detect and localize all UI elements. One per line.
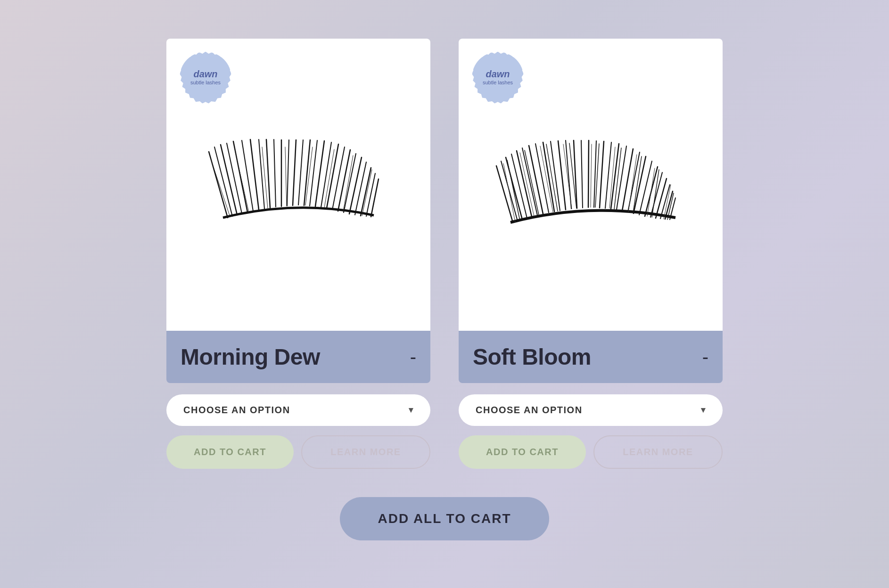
learn-more-button-soft-bloom[interactable]: LEARN MORE [593,435,723,469]
svg-line-13 [298,140,303,205]
product-name-soft-bloom: Soft Bloom [473,344,591,370]
product-image-soft-bloom: dawn subtle lashes [459,39,723,331]
products-row: dawn subtle lashes [166,39,723,469]
action-buttons-morning-dew: ADD TO CART LEARN MORE [166,435,430,469]
svg-line-42 [535,144,549,212]
product-image-morning-dew: dawn subtle lashes [166,39,430,331]
svg-line-69 [591,144,592,207]
product-controls-morning-dew: CHOOSE AN OPTION ▾ ADD TO CART LEARN MOR… [166,394,430,469]
product-name-bar-morning-dew: Morning Dew - [166,331,430,383]
product-controls-soft-bloom: CHOOSE AN OPTION ▾ ADD TO CART LEARN MOR… [459,394,723,469]
add-to-cart-button-soft-bloom[interactable]: ADD TO CART [459,435,586,469]
dropdown-arrow-soft-bloom: ▾ [701,405,706,415]
badge-sub-soft-bloom: subtle lashes [483,80,513,86]
svg-line-45 [558,141,566,210]
svg-line-18 [327,144,338,208]
product-name-morning-dew: Morning Dew [181,344,320,370]
svg-line-30 [285,147,287,206]
option-select-label-soft-bloom: CHOOSE AN OPTION [476,405,583,416]
badge-sub-morning-dew: subtle lashes [190,80,221,86]
svg-line-49 [588,140,589,207]
svg-line-21 [344,154,356,212]
lash-svg-soft-bloom [487,114,694,274]
svg-line-20 [338,150,350,211]
add-to-cart-button-morning-dew[interactable]: ADD TO CART [166,435,294,469]
svg-line-11 [287,140,289,206]
svg-line-15 [310,140,317,206]
svg-line-43 [543,142,554,212]
learn-more-button-morning-dew[interactable]: LEARN MORE [301,435,430,469]
lash-image-soft-bloom [487,114,694,274]
product-name-bar-soft-bloom: Soft Bloom - [459,331,723,383]
action-buttons-soft-bloom: ADD TO CART LEARN MORE [459,435,723,469]
lash-image-morning-dew [195,114,402,274]
svg-line-7 [259,139,264,209]
product-card-soft-bloom: dawn subtle lashes [459,39,723,469]
svg-line-55 [622,149,633,211]
svg-line-24 [361,168,371,216]
svg-line-9 [274,139,276,207]
option-select-soft-bloom[interactable]: CHOOSE AN OPTION ▾ [459,394,723,426]
badge-main-soft-bloom: dawn [486,69,510,80]
option-select-label-morning-dew: CHOOSE AN OPTION [183,405,290,416]
svg-line-62 [660,185,670,219]
svg-line-58 [639,161,652,215]
badge-main-morning-dew: dawn [193,69,217,80]
svg-line-51 [600,141,604,208]
svg-line-12 [293,140,296,205]
product-dash-morning-dew: - [410,346,416,368]
option-select-morning-dew[interactable]: CHOOSE AN OPTION ▾ [166,394,430,426]
svg-line-48 [581,140,583,208]
svg-line-27 [211,159,230,217]
svg-line-19 [332,147,345,210]
product-card-morning-dew: dawn subtle lashes [166,39,430,469]
svg-line-28 [235,149,249,212]
dropdown-arrow-morning-dew: ▾ [409,405,414,415]
svg-line-25 [366,173,375,216]
svg-line-40 [522,148,537,215]
svg-line-23 [355,162,366,215]
product-badge-soft-bloom: dawn subtle lashes [472,52,524,104]
lash-svg-morning-dew [195,114,402,274]
product-badge-morning-dew: dawn subtle lashes [180,52,231,104]
svg-line-60 [650,172,662,217]
svg-line-26 [371,179,379,217]
product-dash-soft-bloom: - [702,346,708,368]
add-all-to-cart-button[interactable]: ADD ALL TO CART [340,497,549,540]
